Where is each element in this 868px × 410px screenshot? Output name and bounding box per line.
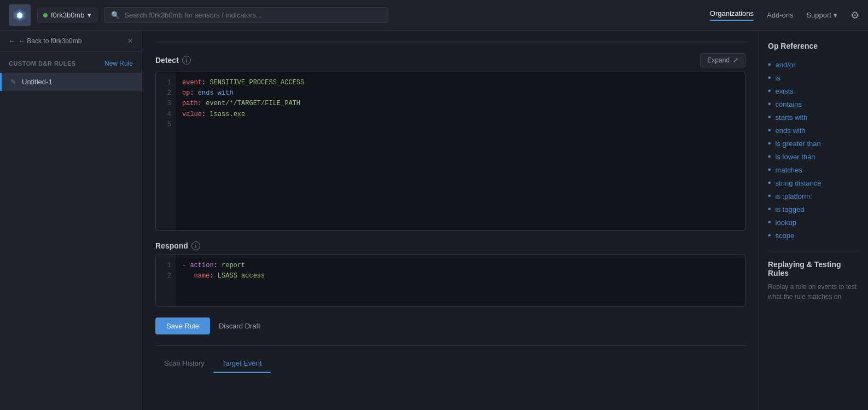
bottom-tab-bar: Scan History Target Event (155, 355, 745, 373)
line-num-2: 2 (160, 88, 171, 99)
op-is-tagged[interactable]: is tagged (768, 203, 859, 216)
save-rule-button[interactable]: Save Rule (155, 317, 210, 334)
respond-code-content[interactable]: - action: report name: LSASS access (176, 255, 745, 306)
edit-icon: ✎ (10, 78, 16, 86)
respond-line-num-1: 1 (160, 261, 171, 271)
back-button[interactable]: ← ← Back to f0rk3b0mb (9, 37, 81, 45)
detect-label: Detect (155, 56, 179, 65)
respond-info-icon[interactable]: i (191, 241, 200, 250)
search-icon: 🔍 (111, 11, 120, 19)
right-panel: Op Reference and/or is exists contains s… (759, 31, 868, 410)
support-label: Support (806, 11, 831, 19)
sidebar-section-title: CUSTOM D&R RULES (9, 60, 76, 67)
respond-editor[interactable]: 1 2 - action: report name: LSASS access (155, 255, 745, 307)
org-name: f0rk3b0mb (51, 11, 84, 19)
nav-link-support[interactable]: Support ▾ (806, 11, 837, 19)
op-contains[interactable]: contains (768, 97, 859, 111)
content-area: Detect i Expand ⤢ 1 2 3 4 5 event: SENSI… (142, 31, 759, 410)
action-buttons: Save Rule Discard Draft (155, 317, 745, 334)
org-dropdown-icon: ▾ (88, 11, 91, 19)
nav-link-addons[interactable]: Add-ons (767, 11, 793, 19)
op-is[interactable]: is (768, 71, 859, 84)
sidebar-back-bar: ← ← Back to f0rk3b0mb ✕ (0, 31, 142, 52)
support-dropdown-icon: ▾ (834, 11, 837, 19)
detect-editor[interactable]: 1 2 3 4 5 event: SENSITIVE_PROCESS_ACCES… (155, 72, 745, 230)
sidebar-item-untitled-1[interactable]: ✎ Untitled-1 (0, 73, 142, 91)
search-input[interactable] (124, 11, 381, 19)
op-exists[interactable]: exists (768, 84, 859, 97)
op-is-greater-than[interactable]: is greater than (768, 137, 859, 150)
sidebar-item-label: Untitled-1 (22, 78, 53, 86)
sidebar-close-button[interactable]: ✕ (127, 37, 133, 45)
back-label: ← Back to f0rk3b0mb (19, 37, 81, 45)
replay-testing-title: Replaying & Testing Rules (768, 260, 859, 278)
tab-target-event[interactable]: Target Event (213, 355, 271, 373)
org-status-dot (43, 13, 48, 18)
nav-link-organizations[interactable]: Organizations (710, 9, 754, 21)
op-starts-with[interactable]: starts with (768, 111, 859, 124)
op-reference-title: Op Reference (768, 42, 859, 50)
expand-icon: ⤢ (733, 56, 738, 64)
expand-label: Expand (707, 56, 730, 64)
logo-icon[interactable] (9, 4, 31, 26)
detect-code-content[interactable]: event: SENSITIVE_PROCESS_ACCESS op: ends… (176, 72, 745, 230)
org-selector[interactable]: f0rk3b0mb ▾ (37, 8, 97, 22)
new-rule-button[interactable]: New Rule (104, 60, 133, 67)
search-bar[interactable]: 🔍 (104, 7, 388, 23)
nav-right: Organizations Add-ons Support ▾ ⚙ (710, 9, 859, 21)
detect-header: Detect i Expand ⤢ (155, 53, 745, 67)
line-num-3: 3 (160, 99, 171, 109)
detect-title: Detect i (155, 56, 191, 65)
sidebar: ← ← Back to f0rk3b0mb ✕ CUSTOM D&R RULES… (0, 31, 142, 410)
line-num-1: 1 (160, 78, 171, 88)
back-arrow-icon: ← (9, 37, 15, 45)
topnav: f0rk3b0mb ▾ 🔍 Organizations Add-ons Supp… (0, 0, 868, 31)
replay-testing-description: Replay a rule on events to test what the… (768, 282, 859, 302)
detect-info-icon[interactable]: i (182, 56, 191, 65)
op-reference-list: and/or is exists contains starts with en… (768, 58, 859, 242)
top-divider (155, 42, 745, 42)
op-matches[interactable]: matches (768, 163, 859, 176)
op-divider (768, 251, 859, 251)
tab-scan-history[interactable]: Scan History (155, 355, 213, 373)
discard-draft-button[interactable]: Discard Draft (219, 322, 260, 330)
line-num-5: 5 (160, 120, 171, 130)
line-num-4: 4 (160, 109, 171, 120)
op-scope[interactable]: scope (768, 229, 859, 242)
op-string-distance[interactable]: string distance (768, 176, 859, 189)
op-ends-with[interactable]: ends with (768, 124, 859, 137)
respond-line-numbers: 1 2 (156, 255, 176, 306)
op-lookup[interactable]: lookup (768, 216, 859, 229)
detect-line-numbers: 1 2 3 4 5 (156, 72, 176, 230)
main-layout: ← ← Back to f0rk3b0mb ✕ CUSTOM D&R RULES… (0, 31, 868, 410)
respond-label: Respond (155, 241, 188, 250)
respond-line-num-2: 2 (160, 271, 171, 281)
bottom-section: Scan History Target Event (155, 345, 745, 373)
sidebar-section-header: CUSTOM D&R RULES New Rule (0, 52, 142, 73)
op-and-or[interactable]: and/or (768, 58, 859, 71)
op-is-platform[interactable]: is :platform: (768, 189, 859, 203)
respond-header: Respond i (155, 241, 745, 250)
op-is-lower-than[interactable]: is lower than (768, 150, 859, 163)
respond-title: Respond i (155, 241, 200, 250)
settings-gear-icon[interactable]: ⚙ (850, 9, 859, 21)
expand-button[interactable]: Expand ⤢ (700, 53, 745, 67)
